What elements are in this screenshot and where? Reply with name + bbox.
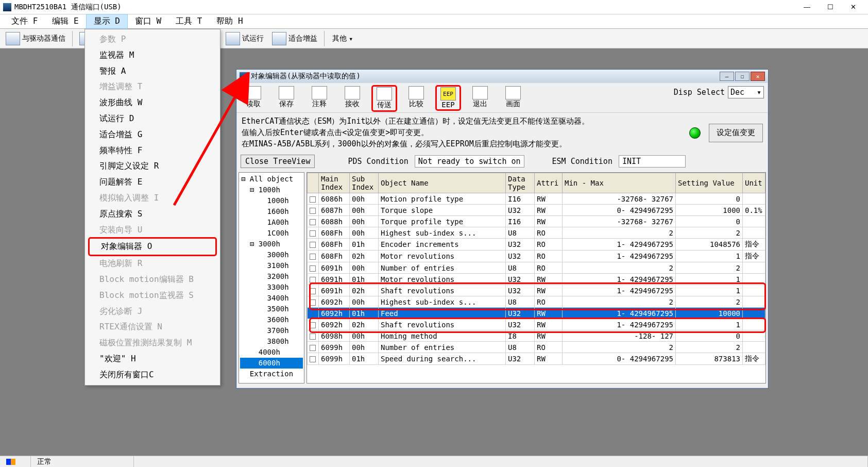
menu-item[interactable]: 引脚定义设定 R bbox=[85, 158, 220, 174]
table-row[interactable]: 6092h02hShaft revolutionsU32RW1- 4294967… bbox=[308, 319, 765, 330]
menu-item[interactable]: 原点搜索 S bbox=[85, 206, 220, 222]
col-header[interactable]: Sub Index bbox=[350, 173, 379, 193]
close-tree-button[interactable]: Close TreeView bbox=[241, 155, 315, 168]
toolbar-fit-gain[interactable]: 适合增益 bbox=[268, 30, 321, 47]
menu-display[interactable]: 显示 D bbox=[86, 14, 128, 29]
tree-node[interactable]: ⊟ 1000h bbox=[240, 185, 303, 195]
tree-node[interactable]: 4000h bbox=[240, 347, 303, 358]
minimize-button[interactable]: — bbox=[795, 1, 819, 13]
row-checkbox[interactable] bbox=[310, 345, 316, 351]
tree-node[interactable]: ⊟ All object bbox=[240, 174, 303, 185]
tree-node[interactable]: 3700h bbox=[240, 325, 303, 336]
tree-node[interactable]: 3300h bbox=[240, 282, 303, 293]
tree-node[interactable]: Extraction bbox=[240, 369, 303, 379]
child-toolbar-注释[interactable]: 注释 bbox=[307, 86, 332, 109]
menu-item[interactable]: 试运行 D bbox=[85, 111, 220, 127]
menu-item[interactable]: 频率特性 F bbox=[85, 143, 220, 159]
table-row[interactable]: 608Fh01hEncoder incrementsU32RO1- 429496… bbox=[308, 239, 765, 251]
col-header[interactable]: Object Name bbox=[379, 173, 506, 193]
menu-item[interactable]: 适合增益 G bbox=[85, 127, 220, 143]
tree-node[interactable]: 1000h bbox=[240, 195, 303, 206]
tree-view[interactable]: ⊟ All object ⊟ 1000h 1000h 1600h 1A00h 1… bbox=[239, 172, 304, 383]
menu-item[interactable]: 波形曲线 W bbox=[85, 95, 220, 111]
tree-node[interactable]: 1C00h bbox=[240, 228, 303, 239]
table-row[interactable]: 6092h01hFeedU32RW1- 429496729510000 bbox=[308, 308, 765, 319]
col-header[interactable]: Main Index bbox=[319, 173, 350, 193]
toolbar-trial[interactable]: 试运行 bbox=[222, 30, 267, 47]
tree-node[interactable]: 3000h bbox=[240, 249, 303, 260]
tree-node[interactable]: 3100h bbox=[240, 260, 303, 271]
row-checkbox[interactable] bbox=[310, 288, 316, 294]
child-close-button[interactable]: ✕ bbox=[751, 72, 765, 81]
child-toolbar-传送[interactable]: 传送 bbox=[371, 85, 397, 112]
toolbar-connect[interactable]: 与驱动器通信 bbox=[2, 30, 69, 47]
apply-setting-button[interactable]: 设定值变更 bbox=[709, 124, 763, 142]
toolbar-other[interactable]: 其他 ▾ bbox=[328, 32, 358, 45]
table-row[interactable]: 6098h00hHoming methodI8RW-128- 1270 bbox=[308, 330, 765, 342]
tree-node[interactable]: 3200h bbox=[240, 271, 303, 282]
menu-item[interactable]: 问题解答 E bbox=[85, 174, 220, 190]
object-table-wrap[interactable]: Main IndexSub IndexObject NameData TypeA… bbox=[307, 172, 766, 383]
tree-node[interactable]: 1A00h bbox=[240, 217, 303, 228]
child-toolbar-EEP[interactable]: EEPEEP bbox=[435, 85, 461, 111]
col-header[interactable]: Attri bbox=[535, 173, 563, 193]
close-button[interactable]: ✕ bbox=[842, 1, 865, 13]
tree-node[interactable]: 3500h bbox=[240, 304, 303, 314]
col-header[interactable] bbox=[308, 173, 319, 193]
child-toolbar-接收[interactable]: 接收 bbox=[339, 86, 365, 109]
menu-item[interactable]: 警报 A bbox=[85, 63, 220, 79]
table-row[interactable]: 6087h00hTorque slopeU32RW0- 429496729510… bbox=[308, 205, 765, 216]
child-maximize-button[interactable]: ☐ bbox=[735, 72, 750, 81]
table-row[interactable]: 6086h00hMotion profile typeI16RW-32768- … bbox=[308, 193, 765, 205]
row-checkbox[interactable] bbox=[310, 230, 316, 237]
row-checkbox[interactable] bbox=[310, 242, 316, 248]
menu-item[interactable]: "欢迎" H bbox=[85, 351, 220, 367]
table-row[interactable]: 6091h02hShaft revolutionsU32RW1- 4294967… bbox=[308, 285, 765, 296]
table-row[interactable]: 608Fh02hMotor revolutionsU32RO1- 4294967… bbox=[308, 251, 765, 262]
menu-item[interactable]: 对象编辑器 O bbox=[88, 237, 217, 256]
table-row[interactable]: 6088h00hTorque profile typeI16RW-32768- … bbox=[308, 216, 765, 227]
row-checkbox[interactable] bbox=[310, 208, 316, 214]
menu-window[interactable]: 窗口 W bbox=[128, 14, 168, 28]
child-toolbar-退出[interactable]: 退出 bbox=[467, 86, 493, 109]
row-checkbox[interactable] bbox=[310, 265, 316, 272]
tree-node[interactable]: 1600h bbox=[240, 206, 303, 217]
menu-help[interactable]: 帮助 H bbox=[209, 14, 250, 28]
child-toolbar-保存[interactable]: 保存 bbox=[274, 86, 299, 109]
row-checkbox[interactable] bbox=[310, 277, 316, 283]
maximize-button[interactable]: ☐ bbox=[819, 1, 842, 13]
row-checkbox[interactable] bbox=[310, 196, 316, 203]
row-checkbox[interactable] bbox=[310, 254, 316, 260]
col-header[interactable]: Min - Max bbox=[563, 173, 676, 193]
table-row[interactable]: 608Fh00hHighest sub-index s...U8RO22 bbox=[308, 227, 765, 239]
menu-tools[interactable]: 工具 T bbox=[168, 14, 209, 28]
table-row[interactable]: 6099h01hSpeed during search...U32RW0- 42… bbox=[308, 353, 765, 365]
child-toolbar-读取[interactable]: 读取 bbox=[241, 86, 266, 109]
tree-node[interactable]: ⊟ 3000h bbox=[240, 239, 303, 249]
table-row[interactable]: 6092h00hHighest sub-index s...U8RO22 bbox=[308, 296, 765, 308]
row-checkbox[interactable] bbox=[310, 356, 316, 362]
col-header[interactable]: Unit bbox=[743, 173, 765, 193]
child-titlebar[interactable]: 对象编辑器(从驱动器中读取的值) — ☐ ✕ bbox=[236, 70, 768, 83]
row-checkbox[interactable] bbox=[310, 219, 316, 225]
menu-edit[interactable]: 编辑 E bbox=[45, 14, 86, 28]
tree-node[interactable]: 3400h bbox=[240, 293, 303, 304]
table-row[interactable]: 6091h00hNumber of entriesU8RO22 bbox=[308, 262, 765, 274]
col-header[interactable]: Data Type bbox=[506, 173, 535, 193]
row-checkbox[interactable] bbox=[310, 299, 316, 306]
row-checkbox[interactable] bbox=[310, 333, 316, 340]
menu-item[interactable]: 关闭所有窗口C bbox=[85, 367, 220, 383]
disp-select-combo[interactable]: Dec ▾ bbox=[728, 86, 764, 98]
menu-file[interactable]: 文件 F bbox=[4, 14, 45, 28]
child-toolbar-画面[interactable]: 画面 bbox=[500, 86, 526, 109]
table-row[interactable]: 6099h00hNumber of entriesU8RO22 bbox=[308, 342, 765, 353]
col-header[interactable]: Setting Value bbox=[676, 173, 743, 193]
table-row[interactable]: 6091h01hMotor revolutionsU32RW1- 4294967… bbox=[308, 274, 765, 285]
menu-item[interactable]: 监视器 M bbox=[85, 47, 220, 63]
tree-node[interactable]: 3800h bbox=[240, 336, 303, 347]
row-checkbox[interactable] bbox=[310, 311, 316, 317]
row-checkbox[interactable] bbox=[310, 322, 316, 328]
child-toolbar-比较[interactable]: 比较 bbox=[403, 86, 429, 109]
tree-node[interactable]: 3600h bbox=[240, 314, 303, 325]
child-minimize-button[interactable]: — bbox=[720, 72, 734, 81]
